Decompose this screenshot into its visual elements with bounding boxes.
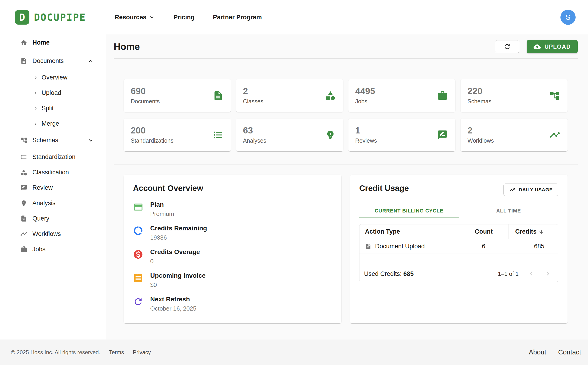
pagination-prev-button[interactable] xyxy=(527,270,535,278)
sidebar-item-label: Home xyxy=(32,39,50,46)
tab-current-billing-cycle[interactable]: CURRENT BILLING CYCLE xyxy=(359,204,459,218)
top-navigation: Resources Pricing Partner Program xyxy=(115,14,262,21)
refresh-button[interactable] xyxy=(495,40,519,53)
donut-chart-icon xyxy=(133,225,143,236)
account-item-plan: Plan Premium xyxy=(133,201,332,218)
stat-label: Reviews xyxy=(355,137,377,144)
briefcase-icon xyxy=(437,90,448,101)
terms-link[interactable]: Terms xyxy=(109,349,124,356)
account-item-label: Next Refresh xyxy=(150,296,196,303)
stat-card-classes: 2 Classes xyxy=(236,79,343,112)
stat-value: 1 xyxy=(355,126,377,135)
chevron-right-icon xyxy=(33,90,38,96)
contact-link[interactable]: Contact xyxy=(558,348,581,356)
upload-button-label: UPLOAD xyxy=(544,43,571,50)
nav-partner-program-label: Partner Program xyxy=(213,14,262,21)
stat-label: Documents xyxy=(131,98,160,105)
rate-review-icon xyxy=(20,184,27,191)
chevron-right-icon xyxy=(33,121,38,126)
sidebar-item-jobs[interactable]: Jobs xyxy=(0,242,106,257)
stat-value: 220 xyxy=(467,87,491,96)
stat-value: 4495 xyxy=(355,87,375,96)
sidebar-item-overview[interactable]: Overview xyxy=(0,70,106,85)
sidebar-item-label: Documents xyxy=(32,57,64,64)
category-icon xyxy=(20,169,27,176)
title-divider xyxy=(114,58,578,59)
copyright-text: © 2025 Hoss Inc. All rights reserved. xyxy=(11,349,100,356)
account-item-value: 0 xyxy=(150,258,200,265)
sidebar-item-classification[interactable]: Classification xyxy=(0,165,106,180)
credit-card-icon xyxy=(133,202,143,212)
cloud-upload-icon xyxy=(533,43,541,50)
cell-credits: 685 xyxy=(534,243,544,250)
sidebar-item-standardization[interactable]: Standardization xyxy=(0,149,106,165)
about-link[interactable]: About xyxy=(529,348,546,356)
chevron-up-icon[interactable] xyxy=(87,58,94,64)
timeline-icon xyxy=(549,130,560,140)
column-header-credits[interactable]: Credits xyxy=(509,225,558,239)
stat-label: Workflows xyxy=(467,137,494,144)
sidebar-item-upload[interactable]: Upload xyxy=(0,85,106,101)
nav-partner-program[interactable]: Partner Program xyxy=(213,14,262,21)
column-header-action-type[interactable]: Action Type xyxy=(359,225,459,239)
sidebar: Home Documents Overview Upload Split xyxy=(0,35,106,339)
credit-usage-table: Action Type Count Credits xyxy=(359,224,558,282)
pagination-label: 1–1 of 1 xyxy=(498,271,519,277)
sidebar-item-review[interactable]: Review xyxy=(0,180,106,196)
table-footer-row: Used Credits: 685 1–1 of 1 xyxy=(359,266,558,282)
sidebar-item-query[interactable]: Query xyxy=(0,211,106,226)
nav-pricing[interactable]: Pricing xyxy=(173,14,195,21)
stat-value: 200 xyxy=(131,126,173,135)
daily-usage-label: DAILY USAGE xyxy=(519,187,553,192)
daily-usage-button[interactable]: DAILY USAGE xyxy=(504,183,558,196)
schema-tree-icon xyxy=(549,90,560,101)
stat-card-schemas: 220 Schemas xyxy=(461,79,567,112)
brand-logo[interactable]: D DOCUPIPE xyxy=(15,10,86,25)
sidebar-subitem-label: Split xyxy=(42,105,54,112)
sidebar-subitem-label: Overview xyxy=(42,74,68,81)
stat-label: Jobs xyxy=(355,98,375,105)
section-divider xyxy=(114,164,578,164)
stat-label: Analyses xyxy=(243,137,266,144)
sidebar-item-label: Workflows xyxy=(32,230,61,238)
chevron-down-icon[interactable] xyxy=(87,137,94,144)
pagination-next-button[interactable] xyxy=(544,270,552,278)
used-credits-value: 685 xyxy=(403,270,414,277)
account-item-label: Plan xyxy=(150,201,174,208)
sidebar-item-analysis[interactable]: Analysis xyxy=(0,196,106,211)
privacy-link[interactable]: Privacy xyxy=(133,349,151,356)
sidebar-item-split[interactable]: Split xyxy=(0,101,106,116)
sidebar-item-schemas[interactable]: Schemas xyxy=(0,133,106,148)
stat-value: 2 xyxy=(467,126,494,135)
sidebar-subitem-label: Merge xyxy=(42,120,59,127)
sidebar-item-label: Standardization xyxy=(32,154,76,161)
column-header-count[interactable]: Count xyxy=(459,225,509,239)
stat-value: 2 xyxy=(243,87,263,96)
cell-count: 6 xyxy=(482,243,485,250)
upload-button[interactable]: UPLOAD xyxy=(527,40,578,53)
sidebar-subitem-label: Upload xyxy=(42,89,61,97)
sidebar-item-documents[interactable]: Documents xyxy=(0,53,106,69)
account-item-next-refresh: Next Refresh October 16, 2025 xyxy=(133,296,332,312)
nav-resources[interactable]: Resources xyxy=(115,14,155,21)
document-search-icon xyxy=(20,215,27,222)
tab-all-time[interactable]: ALL TIME xyxy=(459,204,559,218)
rate-review-icon xyxy=(437,130,448,140)
sidebar-item-workflows[interactable]: Workflows xyxy=(0,226,106,242)
stat-value: 63 xyxy=(243,126,266,135)
sort-arrow-down-icon xyxy=(538,229,544,235)
page-title: Home xyxy=(114,41,140,52)
sidebar-item-home[interactable]: Home xyxy=(0,35,106,50)
stat-label: Standardizations xyxy=(131,137,173,144)
credit-usage-card: Credit Usage DAILY USAGE CURRENT BILLING… xyxy=(350,175,567,323)
table-row: Document Upload 6 685 xyxy=(359,239,558,254)
document-icon xyxy=(213,90,224,101)
refresh-icon xyxy=(133,296,143,307)
cell-action-type: Document Upload xyxy=(375,243,425,250)
account-item-value: October 16, 2025 xyxy=(150,305,196,312)
receipt-icon xyxy=(133,273,143,283)
lightbulb-icon xyxy=(325,130,336,140)
sidebar-item-label: Query xyxy=(32,215,49,222)
user-avatar[interactable]: S xyxy=(560,10,576,25)
sidebar-item-merge[interactable]: Merge xyxy=(0,116,106,131)
